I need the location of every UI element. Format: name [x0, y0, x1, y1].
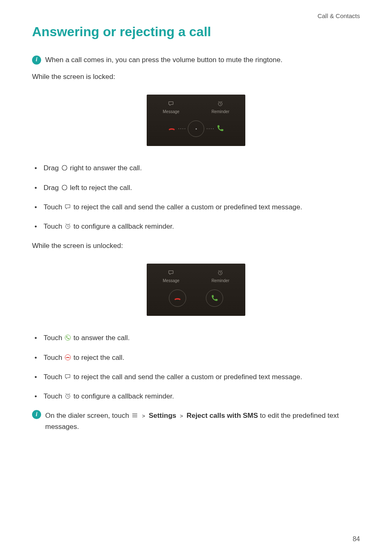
text: right to answer the call. [70, 164, 142, 172]
alarm-clock-icon [64, 222, 71, 230]
speech-bubble-icon [168, 269, 174, 277]
instr-touch-reject: Touch to reject the call. [32, 352, 360, 363]
message-label: Message [163, 278, 180, 283]
instr-touch-message: Touch to reject the call and send the ca… [32, 371, 360, 382]
unlocked-intro: While the screen is unlocked: [32, 240, 360, 251]
circle-icon [61, 184, 68, 191]
phone-ui-locked: Message Reminder [147, 95, 245, 146]
text: Touch [44, 222, 64, 230]
answer-icon [216, 124, 224, 133]
text: to reject the call. [74, 354, 125, 361]
message-option: Message [163, 269, 180, 283]
info-icon: i [32, 56, 41, 65]
speech-bubble-icon [64, 373, 71, 380]
speech-bubble-icon [168, 100, 174, 108]
phone-ui-unlocked: Message Reminder [147, 264, 245, 316]
tip-mute-ringtone: i When a call comes in, you can press th… [32, 54, 360, 65]
text: left to reject the call. [70, 184, 132, 192]
slider-dots-left [178, 128, 185, 129]
reject-circle-icon [64, 354, 71, 361]
answer-button [206, 290, 223, 307]
svg-point-5 [65, 335, 71, 341]
text: to reject the call and send the caller a… [74, 373, 302, 381]
text: to configure a callback reminder. [74, 392, 174, 400]
reminder-option: Reminder [212, 100, 229, 114]
alarm-clock-icon [64, 392, 71, 400]
unlocked-instructions: Touch to answer the call. Touch to rejec… [32, 332, 360, 402]
message-option: Message [163, 100, 180, 114]
alarm-clock-icon [217, 100, 224, 108]
instr-touch-message: Touch to reject the call and send the ca… [32, 202, 360, 213]
text: On the dialer screen, touch [45, 412, 131, 419]
text: to answer the call. [74, 334, 130, 342]
svg-point-2 [62, 185, 67, 190]
text: to reject the call and send the caller a… [74, 203, 302, 211]
instr-touch-answer: Touch to answer the call. [32, 332, 360, 343]
message-label: Message [163, 109, 180, 114]
instr-touch-reminder: Touch to configure a callback reminder. [32, 391, 360, 402]
locked-screenshot: Message Reminder [32, 95, 360, 146]
separator: > [180, 413, 183, 419]
tip-text: On the dialer screen, touch > Settings >… [45, 410, 360, 432]
text: to configure a callback reminder. [74, 222, 174, 230]
text: Touch [44, 392, 64, 400]
alarm-clock-icon [217, 269, 224, 277]
tip-text: When a call comes in, you can press the … [45, 54, 282, 65]
reject-sms-label: Reject calls with SMS [187, 412, 258, 419]
svg-point-1 [62, 165, 67, 170]
info-icon: i [32, 410, 41, 419]
instr-drag-left: Drag left to reject the call. [32, 182, 360, 193]
text: Drag [44, 164, 61, 172]
speech-bubble-icon [64, 203, 71, 211]
slider-handle [188, 120, 204, 137]
locked-intro: While the screen is locked: [32, 71, 360, 82]
settings-label: Settings [149, 412, 176, 419]
menu-icon [131, 412, 138, 419]
page-number: 84 [353, 535, 360, 543]
reminder-option: Reminder [212, 269, 229, 283]
instr-touch-reminder: Touch to configure a callback reminder. [32, 221, 360, 232]
separator: > [142, 413, 145, 419]
instr-drag-right: Drag right to answer the call. [32, 162, 360, 174]
answer-circle-icon [64, 334, 71, 341]
reminder-label: Reminder [212, 278, 229, 283]
text: Touch [44, 334, 64, 342]
page-title: Answering or rejecting a call [32, 24, 360, 39]
reminder-label: Reminder [212, 109, 229, 114]
text: Drag [44, 184, 61, 192]
slider-dots-right [207, 128, 214, 129]
text: Touch [44, 373, 64, 381]
unlocked-screenshot: Message Reminder [32, 264, 360, 316]
hangup-icon [168, 124, 176, 133]
reject-button [169, 290, 186, 307]
section-header: Call & Contacts [32, 12, 360, 19]
circle-icon [61, 164, 68, 171]
tip-edit-sms: i On the dialer screen, touch > Settings… [32, 410, 360, 432]
locked-instructions: Drag right to answer the call. Drag left… [32, 162, 360, 232]
text: Touch [44, 354, 64, 361]
text: Touch [44, 203, 64, 211]
